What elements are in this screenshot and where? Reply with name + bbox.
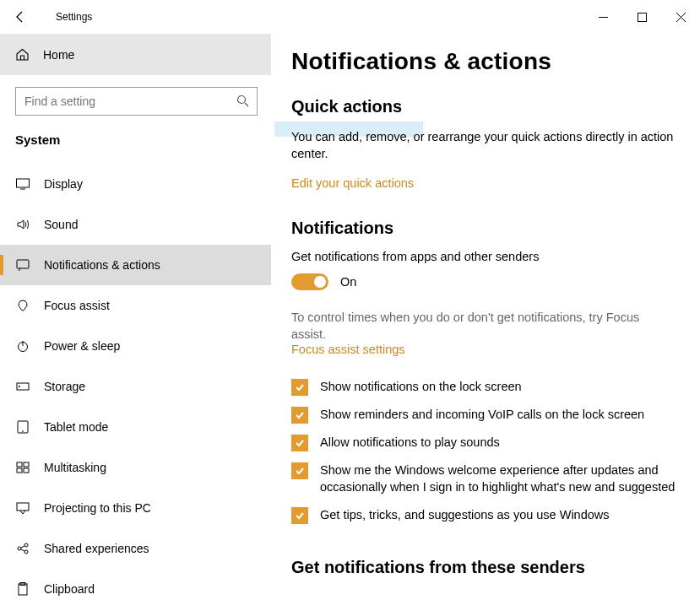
checkbox-label: Show me the Windows welcome experience a… [320,462,676,496]
sidebar-item-label: Display [44,177,83,191]
focus-assist-settings-link[interactable]: Focus assist settings [291,343,676,356]
display-icon [15,176,30,192]
content-pane: Notifications & actions Quick actions Yo… [271,34,700,616]
sidebar-item-label: Power & sleep [44,339,120,353]
search-icon [236,95,249,107]
svg-rect-2 [17,179,30,187]
svg-point-14 [24,543,28,547]
sidebar-item-multitasking[interactable]: Multitasking [0,447,271,488]
svg-rect-11 [24,468,29,473]
sidebar-item-label: Clipboard [44,582,95,596]
sidebar-item-label: Multitasking [44,461,106,474]
checkbox-welcome-experience[interactable] [291,462,308,479]
checkbox-tips-tricks[interactable] [291,507,308,524]
svg-point-1 [238,96,246,104]
sidebar-item-notifications[interactable]: Notifications & actions [0,245,271,285]
sidebar-item-label: Storage [44,380,85,393]
svg-rect-0 [638,13,646,21]
sidebar-item-power-sleep[interactable]: Power & sleep [0,326,271,366]
sidebar-item-label: Notifications & actions [44,258,160,272]
home-button[interactable]: Home [0,34,271,75]
focus-assist-icon [15,298,30,313]
svg-rect-3 [17,260,29,268]
sidebar-item-label: Shared experiences [44,542,149,555]
home-icon [15,47,30,62]
checkbox-label: Show notifications on the lock screen [320,378,522,395]
sound-icon [15,217,30,232]
svg-point-15 [24,550,28,554]
sidebar-item-projecting[interactable]: Projecting to this PC [0,488,271,528]
minimize-button[interactable] [583,4,622,30]
checkbox-voip-lock-screen[interactable] [291,407,308,424]
notifications-toggle[interactable] [291,273,328,290]
notifications-master-label: Get notifications from apps and other se… [291,250,676,263]
tablet-icon [15,419,30,435]
quick-actions-description: You can add, remove, or rearrange your q… [291,128,676,163]
sidebar-item-label: Tablet mode [44,420,108,434]
back-button[interactable] [7,4,32,30]
checkbox-label: Get tips, tricks, and suggestions as you… [320,506,610,523]
sidebar-item-storage[interactable]: Storage [0,366,271,407]
projecting-icon [15,500,30,516]
titlebar: Settings [0,0,700,34]
quick-actions-heading: Quick actions [291,97,676,116]
sidebar-item-sound[interactable]: Sound [0,204,271,245]
svg-rect-9 [24,462,29,467]
sidebar-item-display[interactable]: Display [0,164,271,204]
svg-rect-12 [17,503,29,511]
storage-icon [15,379,30,394]
sidebar-item-focus-assist[interactable]: Focus assist [0,285,271,326]
senders-heading: Get notifications from these senders [291,558,676,577]
clipboard-icon [15,581,30,597]
notifications-icon [15,257,30,273]
close-button[interactable] [661,4,700,30]
maximize-button[interactable] [622,4,661,30]
notifications-toggle-state: On [340,275,356,289]
svg-point-6 [19,386,20,387]
checkbox-play-sounds[interactable] [291,435,308,451]
sidebar-item-label: Projecting to this PC [44,501,151,515]
search-input[interactable] [15,87,258,116]
sidebar-item-shared-experiences[interactable]: Shared experiences [0,528,271,569]
page-title: Notifications & actions [291,48,676,75]
home-label: Home [43,48,74,62]
svg-point-13 [18,547,21,550]
sidebar-item-label: Sound [44,218,78,231]
shared-icon [15,541,30,556]
svg-rect-10 [17,468,22,473]
sidebar: Home System Display Sound Notifications … [0,34,271,616]
checkbox-label: Allow notifications to play sounds [320,434,500,451]
multitasking-icon [15,460,30,475]
sidebar-category-title: System [0,132,271,147]
svg-rect-8 [17,462,22,467]
sidebar-item-label: Focus assist [44,299,110,312]
power-icon [15,338,30,354]
notifications-heading: Notifications [291,219,676,238]
window-title: Settings [56,11,92,23]
sidebar-item-tablet-mode[interactable]: Tablet mode [0,407,271,447]
sidebar-item-clipboard[interactable]: Clipboard [0,569,271,609]
focus-assist-hint: To control times when you do or don't ge… [291,309,676,343]
checkbox-lock-screen[interactable] [291,379,308,396]
edit-quick-actions-link[interactable]: Edit your quick actions [291,176,676,190]
checkbox-label: Show reminders and incoming VoIP calls o… [320,406,644,423]
